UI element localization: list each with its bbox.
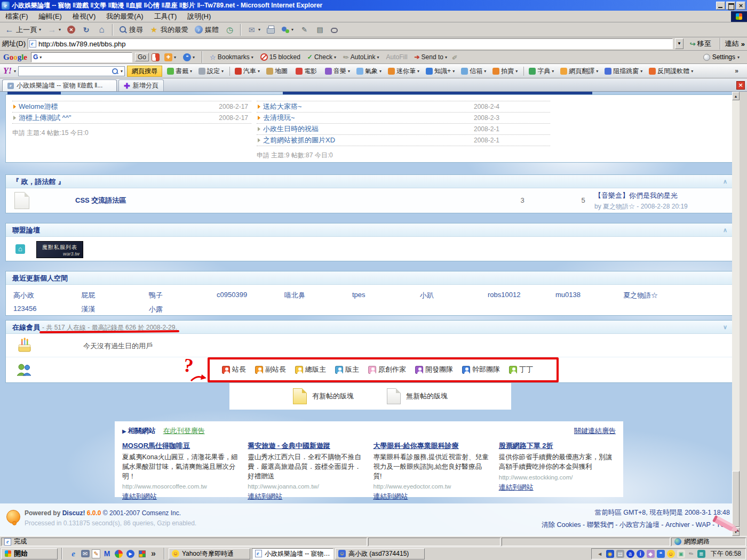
ad-visit-link[interactable]: 連結到網站 xyxy=(374,492,408,501)
yahoo-toolbar-item[interactable]: 書籤 ▾ xyxy=(164,67,195,76)
ad-title-link[interactable]: 股票網路下單 2折 xyxy=(499,442,553,450)
google-news-icon[interactable] xyxy=(152,53,160,61)
menu-item[interactable]: 說明(H) xyxy=(182,11,216,22)
alliance-banner[interactable]: 魔獸私服列表 war3.tw xyxy=(36,241,83,258)
new-tab-button[interactable]: ✚ 新增分頁 xyxy=(118,79,164,91)
yahoo-more-button[interactable]: » xyxy=(735,67,744,75)
tray-info-icon[interactable]: i xyxy=(637,550,645,558)
ad-visit-link[interactable]: 連結到網站 xyxy=(122,492,157,501)
menu-item[interactable]: 編輯(E) xyxy=(34,11,67,22)
vertical-scrollbar[interactable]: ▲ ▼ xyxy=(732,92,740,536)
user-link[interactable]: 漢漢 xyxy=(81,305,149,314)
links-label[interactable]: 連結 xyxy=(725,39,739,49)
yahoo-toolbar-item[interactable]: 迷你筆 ▾ xyxy=(385,67,422,76)
tray-notes-icon[interactable]: ≣ xyxy=(697,550,705,558)
home-link-icon[interactable]: ⌂ xyxy=(15,244,25,254)
ad-title-link[interactable]: 喬安旅遊 - 金典中國新遊蹤 xyxy=(248,442,330,450)
discuss-button[interactable] xyxy=(328,23,340,36)
ad-visit-link[interactable]: 連結到網站 xyxy=(499,483,534,492)
collapse-icon[interactable]: ∨ xyxy=(723,321,727,334)
signal-icon[interactable]: ◉ xyxy=(606,550,614,558)
keyword-ad-link[interactable]: 關鍵連結廣告 xyxy=(574,426,616,436)
yahoo-toolbar-item[interactable]: 地圖 xyxy=(264,67,292,76)
user-link[interactable]: tpes xyxy=(352,291,420,300)
last-post-title[interactable]: 【音樂盒】你們是我的星光 xyxy=(594,191,737,201)
yahoo-toolbar-item[interactable]: 電影 xyxy=(293,67,321,76)
google-bookmarks-button[interactable]: ☆ Bookmarks▾ xyxy=(208,53,256,61)
thread-link[interactable]: 小政生日時的祝福 xyxy=(263,124,474,134)
messenger-quicklaunch-icon[interactable]: M xyxy=(102,549,112,559)
menu-item[interactable]: 工具(T) xyxy=(149,11,182,22)
user-link[interactable]: 高小政 xyxy=(13,291,81,300)
tray-imaging-icon[interactable]: ▣ xyxy=(677,550,685,558)
menu-item[interactable]: 檢視(V) xyxy=(67,11,101,22)
yahoo-toolbar-item[interactable]: 拍賣 ▾ xyxy=(490,67,520,76)
collapse-icon[interactable]: ∧ xyxy=(723,223,727,237)
google-add-button[interactable]: ✚▾ xyxy=(162,53,178,61)
tray-balloon-icon[interactable]: ❝ xyxy=(657,550,665,558)
ad-title-link[interactable]: 大學眼科-給你專業眼科診療 xyxy=(374,442,459,450)
notes-button[interactable]: ▤ xyxy=(313,23,327,36)
tab-forum[interactable]: e 小政娛樂論壇 -- 寵物 ‖遊戲 ‖... xyxy=(2,79,117,91)
go-button[interactable]: ↪ 移至 xyxy=(686,38,716,50)
google-autolink-button[interactable]: ✎ AutoLink▾ xyxy=(341,53,382,61)
yahoo-web-search-button[interactable]: 網頁搜尋 xyxy=(127,66,162,77)
favorites-button[interactable]: ★我的最愛 xyxy=(147,23,191,36)
google-spellcheck-button[interactable]: ✓ Check▾ xyxy=(305,53,338,61)
user-link[interactable]: mu0138 xyxy=(555,291,623,300)
user-link[interactable]: 夏之物語☆ xyxy=(623,291,691,300)
yahoo-toolbar-item[interactable]: 反間諜軟體 ▾ xyxy=(646,67,696,76)
tray-a-icon[interactable]: a xyxy=(626,550,634,558)
google-go-button[interactable]: Go xyxy=(135,53,149,61)
google-comment-button[interactable]: ❝▾ xyxy=(181,53,197,61)
quicklaunch-more-button[interactable]: » xyxy=(149,549,158,558)
stop-button[interactable]: ✕ xyxy=(65,23,78,36)
yahoo-toolbar-item[interactable]: 信箱 ▾ xyxy=(458,67,489,76)
yahoo-toolbar-item[interactable]: 氣象 ▾ xyxy=(354,67,384,76)
section-header[interactable]: 聯盟論壇 ∧ xyxy=(6,223,734,237)
mail-button[interactable]: ✉▾ xyxy=(244,23,263,36)
links-more[interactable]: » xyxy=(741,40,745,48)
google-autofill-button[interactable]: AutoFill xyxy=(384,53,410,61)
user-link[interactable]: c0950399 xyxy=(217,291,284,300)
yahoo-toolbar-item[interactable]: 汽車 ▾ xyxy=(229,67,263,76)
google-search-input[interactable]: G▾ xyxy=(31,52,132,62)
yahoo-toolbar-item[interactable]: 音樂 ▾ xyxy=(322,67,353,76)
yahoo-search-input[interactable]: ▾ xyxy=(18,66,125,76)
scroll-up-button[interactable]: ▲ xyxy=(732,92,740,100)
volume-icon[interactable]: ◄ xyxy=(596,550,604,558)
thread-link[interactable]: 游標上傳測試 ^^" xyxy=(19,113,219,123)
post-ad-link[interactable]: 在此刊登廣告 xyxy=(163,426,205,436)
messenger-button[interactable]: ▾ xyxy=(279,23,296,36)
yahoo-toolbar-item[interactable]: 網頁翻譯 ▾ xyxy=(558,67,601,76)
highlighter-icon[interactable]: ✏ xyxy=(450,52,459,62)
google-settings-button[interactable]: Settings▾ xyxy=(703,53,744,61)
back-button[interactable]: ← 上一頁▾ xyxy=(2,23,44,36)
refresh-button[interactable]: ↻ xyxy=(79,23,93,36)
tray-pen-icon[interactable]: ✎ xyxy=(686,548,697,559)
yahoo-toolbar-item[interactable]: 字典 ▾ xyxy=(523,67,557,76)
tray-cube-icon[interactable]: ◆ xyxy=(647,550,655,558)
user-link[interactable]: 小趴 xyxy=(420,291,488,300)
user-link[interactable]: 鴨子 xyxy=(149,291,217,300)
yahoo-toolbar-item[interactable]: 阻擋跳窗 ▾ xyxy=(602,67,645,76)
yahoo-toolbar-item[interactable]: 設定 ▾ xyxy=(196,67,226,76)
forum-link[interactable]: CSS 交流語法區 xyxy=(75,196,126,205)
user-link[interactable]: robs10012 xyxy=(488,291,555,300)
start-button[interactable]: 開始 xyxy=(1,548,58,559)
user-link[interactable]: 屁屁 xyxy=(81,291,149,300)
menu-item[interactable]: 我的最愛(A) xyxy=(101,11,148,22)
ie-quicklaunch-icon[interactable]: e xyxy=(68,549,78,559)
user-link[interactable]: 123456 xyxy=(13,305,81,314)
section-header[interactable]: 最近更新個人空間 xyxy=(6,271,734,285)
network-icon[interactable]: ▤ xyxy=(616,550,624,558)
thread-link[interactable]: Welome游標 xyxy=(19,102,219,111)
task-button-messenger-chat[interactable]: ☺ 高小政 (asd7374415) xyxy=(335,548,425,559)
print-button[interactable] xyxy=(264,23,277,36)
minimize-button[interactable] xyxy=(716,2,725,10)
address-dropdown-button[interactable]: ▼ xyxy=(675,38,684,49)
ad-visit-link[interactable]: 連結到網站 xyxy=(248,492,282,501)
task-button-forum[interactable]: 小政娛樂論壇 -- 寵物 ‖... xyxy=(252,548,333,559)
discuz-brand[interactable]: Discuz! xyxy=(62,509,85,517)
history-button[interactable]: ◷ xyxy=(222,23,237,36)
